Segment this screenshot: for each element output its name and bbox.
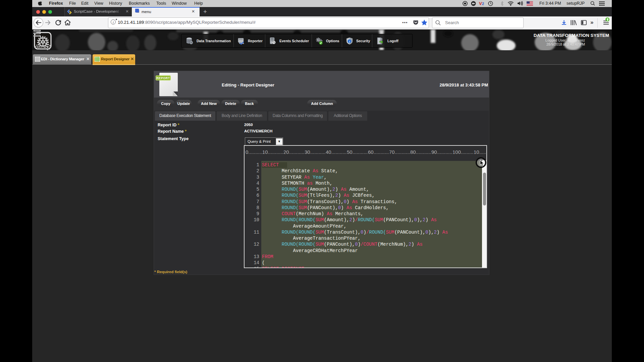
svg-text:V: V xyxy=(479,1,482,6)
svg-text:2: 2 xyxy=(482,2,484,6)
